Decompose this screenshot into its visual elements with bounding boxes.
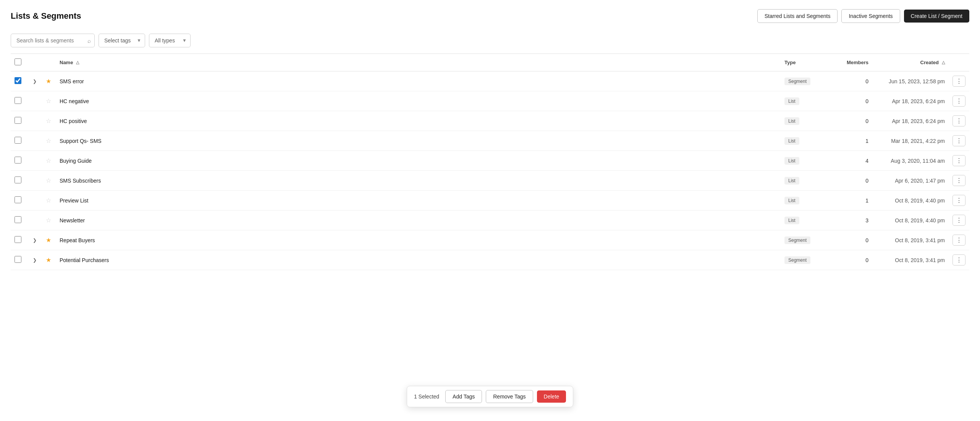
star-icon[interactable]: ☆ [46,217,51,223]
type-badge: Segment [784,236,810,244]
tags-select-wrapper: Select tags ▼ [99,34,145,47]
th-expand [27,54,42,71]
remove-tags-button[interactable]: Remove Tags [486,390,533,403]
row-action-menu-button[interactable]: ⋮ [953,155,965,166]
name-sort-button[interactable]: Name △ [60,60,79,65]
row-action-menu-button[interactable]: ⋮ [953,96,965,107]
row-created-cell: Oct 8, 2019, 4:40 pm [872,210,949,230]
row-star-cell: ★ [42,71,56,91]
row-action-menu-button[interactable]: ⋮ [953,76,965,87]
row-created-cell: Aug 3, 2020, 11:04 am [872,151,949,171]
row-checkbox[interactable] [15,77,21,84]
row-checkbox[interactable] [15,216,21,223]
row-name-cell: Potential Purchasers [56,250,781,270]
row-name-cell: Preview List [56,191,781,210]
star-icon[interactable]: ☆ [46,157,51,164]
row-star-cell: ☆ [42,151,56,171]
starred-lists-button[interactable]: Starred Lists and Segments [757,9,838,23]
row-created-cell: Apr 6, 2020, 1:47 pm [872,171,949,191]
star-icon[interactable]: ★ [46,237,51,243]
star-icon[interactable]: ★ [46,257,51,263]
row-checkbox-cell [11,71,27,91]
row-type-cell: List [781,171,826,191]
type-select[interactable]: All types List Segment [149,34,191,47]
row-checkbox-cell [11,91,27,111]
type-select-wrapper: All types List Segment ▼ [149,34,191,47]
row-name-link[interactable]: Repeat Buyers [60,237,95,243]
row-star-cell: ★ [42,250,56,270]
add-tags-button[interactable]: Add Tags [445,390,482,403]
row-checkbox[interactable] [15,176,21,183]
row-actions-cell: ⋮ [949,171,969,191]
row-name-link[interactable]: HC negative [60,98,89,104]
tags-select[interactable]: Select tags [99,34,145,47]
row-action-menu-button[interactable]: ⋮ [953,235,965,246]
row-action-menu-button[interactable]: ⋮ [953,195,965,206]
expand-chevron-button[interactable]: ❯ [31,257,38,264]
row-action-menu-button[interactable]: ⋮ [953,115,965,126]
star-icon[interactable]: ☆ [46,98,51,104]
type-badge: Segment [784,256,810,264]
row-name-link[interactable]: Newsletter [60,217,85,223]
filter-bar: ⌕ Select tags ▼ All types List Segment ▼ [11,34,969,47]
type-badge: List [784,137,799,145]
page-container: Lists & Segments Starred Lists and Segme… [0,0,980,421]
row-type-cell: List [781,191,826,210]
row-checkbox[interactable] [15,236,21,243]
inactive-segments-button[interactable]: Inactive Segments [841,9,900,23]
row-checkbox[interactable] [15,97,21,104]
row-name-link[interactable]: Potential Purchasers [60,257,109,263]
row-star-cell: ☆ [42,91,56,111]
selected-count-label: 1 Selected [414,393,439,400]
row-members-cell: 0 [826,71,872,91]
row-name-cell: Buying Guide [56,151,781,171]
row-actions-cell: ⋮ [949,111,969,131]
row-name-link[interactable]: Support Qs- SMS [60,138,102,144]
row-name-link[interactable]: Buying Guide [60,158,92,164]
row-members-cell: 1 [826,191,872,210]
row-star-cell: ☆ [42,171,56,191]
row-action-menu-button[interactable]: ⋮ [953,175,965,186]
th-actions [949,54,969,71]
row-action-menu-button[interactable]: ⋮ [953,135,965,146]
table-container: Name △ Type Members Created △ [11,53,969,270]
row-checkbox-cell [11,151,27,171]
search-input[interactable] [11,34,95,47]
created-sort-button[interactable]: Created △ [920,60,945,65]
row-checkbox[interactable] [15,196,21,203]
row-actions-cell: ⋮ [949,230,969,250]
row-action-menu-button[interactable]: ⋮ [953,215,965,226]
row-members-cell: 0 [826,171,872,191]
header-actions: Starred Lists and Segments Inactive Segm… [757,9,969,23]
row-checkbox-cell [11,250,27,270]
star-icon[interactable]: ☆ [46,177,51,184]
create-list-segment-button[interactable]: Create List / Segment [904,10,969,23]
row-name-link[interactable]: SMS error [60,78,84,84]
th-check [11,54,27,71]
row-checkbox[interactable] [15,137,21,144]
row-action-menu-button[interactable]: ⋮ [953,254,965,266]
row-name-link[interactable]: SMS Subscribers [60,178,101,184]
created-sort-icon: △ [942,60,945,65]
row-star-cell: ☆ [42,131,56,151]
row-created-cell: Apr 18, 2023, 6:24 pm [872,91,949,111]
row-checkbox[interactable] [15,117,21,124]
row-name-link[interactable]: Preview List [60,198,88,204]
row-members-cell: 4 [826,151,872,171]
row-actions-cell: ⋮ [949,131,969,151]
row-name-link[interactable]: HC positive [60,118,87,124]
star-icon[interactable]: ☆ [46,118,51,124]
star-icon[interactable]: ☆ [46,138,51,144]
row-expand-cell: ❯ [27,171,42,191]
page-header: Lists & Segments Starred Lists and Segme… [11,9,969,23]
star-icon[interactable]: ☆ [46,197,51,204]
row-checkbox[interactable] [15,157,21,164]
row-checkbox[interactable] [15,256,21,263]
expand-chevron-button[interactable]: ❯ [31,237,38,244]
row-type-cell: List [781,91,826,111]
expand-chevron-button[interactable]: ❯ [31,78,38,85]
select-all-checkbox[interactable] [15,58,21,65]
delete-button[interactable]: Delete [537,390,566,403]
row-type-cell: Segment [781,230,826,250]
star-icon[interactable]: ★ [46,78,51,84]
